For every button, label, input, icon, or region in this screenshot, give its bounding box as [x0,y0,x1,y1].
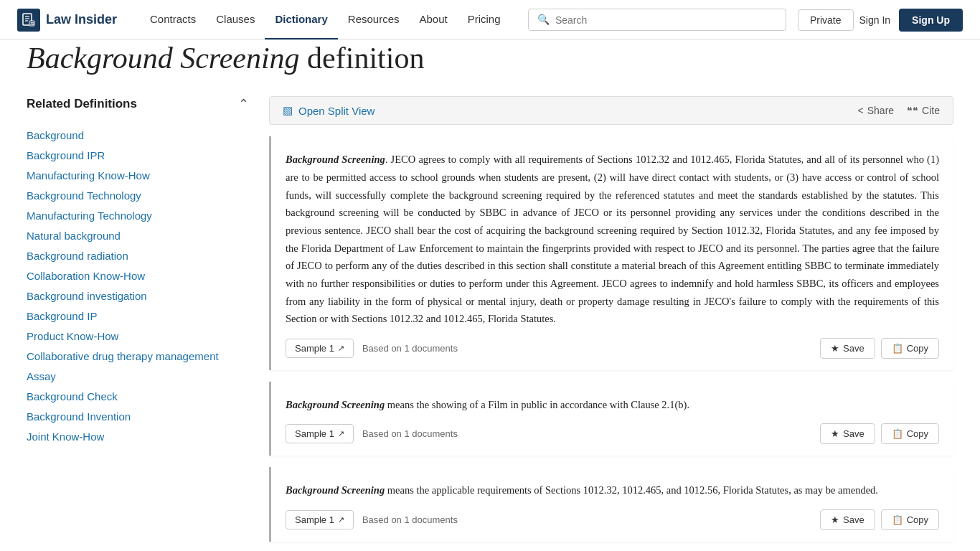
definition-body: means the showing of a Film in public in… [385,399,689,410]
cite-icon: ❝❝ [907,105,918,116]
save-button[interactable]: ★Save [820,423,875,444]
external-link-icon: ↗ [338,515,344,524]
signup-button[interactable]: Sign Up [899,9,963,32]
sidebar-link[interactable]: Background IPR [27,149,105,161]
sidebar-link[interactable]: Background [27,129,84,141]
definition-text: Background Screening means the applicabl… [286,481,939,499]
sidebar-link[interactable]: Manufacturing Technology [27,209,152,222]
sample-label: Sample 1 [295,428,334,439]
definition-text: Background Screening. JECO agrees to com… [286,151,939,327]
page-title-normal: definition [300,42,425,75]
sidebar-list-item: Background radiation [27,250,249,263]
definition-card: Background Screening. JECO agrees to com… [269,136,953,369]
sidebar-list-item: Background investigation [27,290,249,303]
star-icon: ★ [831,343,839,354]
save-label: Save [843,514,864,525]
nav-about[interactable]: About [410,0,458,39]
main-layout: Related Definitions ⌃ BackgroundBackgrou… [27,96,953,551]
sidebar-link[interactable]: Background Technology [27,189,141,202]
nav-dictionary[interactable]: Dictionary [265,0,337,39]
sidebar-link[interactable]: Natural background [27,230,121,242]
sidebar-list-item: Assay [27,370,249,383]
sidebar-link[interactable]: Assay [27,370,56,382]
main-nav: Contracts Clauses Dictionary Resources A… [140,0,511,39]
sidebar-list-item: Joint Know-How [27,430,249,443]
definition-body: means the applicable requirements of Sec… [385,484,878,496]
sidebar-link[interactable]: Manufacturing Know-How [27,169,150,182]
nav-contracts[interactable]: Contracts [140,0,206,39]
sidebar-link[interactable]: Product Know-How [27,330,118,342]
nav-resources[interactable]: Resources [338,0,410,39]
sidebar-link[interactable]: Background Check [27,390,118,402]
share-label: Share [867,105,894,116]
star-icon: ★ [831,428,839,439]
sidebar-link[interactable]: Background investigation [27,290,147,302]
copy-button[interactable]: 📋Copy [881,509,939,530]
card-footer-left: Sample 1 ↗Based on 1 documents [286,510,458,529]
sidebar-link[interactable]: Collaborative drug therapy management [27,350,219,362]
sidebar-list-item: Background Check [27,390,249,403]
copy-button[interactable]: 📋Copy [881,423,939,444]
definition-card: Background Screening means the showing o… [269,382,953,456]
sidebar-list-item: Background IPR [27,149,249,162]
nav-clauses[interactable]: Clauses [206,0,265,39]
nav-pricing[interactable]: Pricing [458,0,511,39]
card-footer-right: ★Save📋Copy [820,509,939,530]
definition-text: Background Screening means the showing o… [286,396,939,414]
sample-button[interactable]: Sample 1 ↗ [286,510,354,529]
logo-icon: ⚖ [17,9,40,32]
signin-button[interactable]: Sign In [859,14,891,26]
save-label: Save [843,343,864,354]
save-button[interactable]: ★Save [820,509,875,530]
definition-body: . JECO agrees to comply with all require… [286,154,939,324]
sidebar-list-item: Manufacturing Know-How [27,169,249,182]
sidebar-list-item: Background Technology [27,189,249,202]
split-view-actions: < Share ❝❝ Cite [858,105,940,116]
share-button[interactable]: < Share [858,105,895,116]
sidebar: Related Definitions ⌃ BackgroundBackgrou… [27,96,249,551]
card-footer: Sample 1 ↗Based on 1 documents★Save📋Copy [286,338,939,359]
split-view-bar: ▧ Open Split View < Share ❝❝ Cite [269,96,953,125]
sidebar-link[interactable]: Background radiation [27,250,128,262]
star-icon: ★ [831,514,839,525]
card-footer-left: Sample 1 ↗Based on 1 documents [286,339,458,358]
sidebar-list-item: Natural background [27,230,249,242]
sidebar-link[interactable]: Collaboration Know-How [27,270,145,282]
cite-label: Cite [922,105,940,116]
sidebar-list-item: Product Know-How [27,330,249,343]
external-link-icon: ↗ [338,344,344,353]
card-footer-right: ★Save📋Copy [820,423,939,444]
copy-icon: 📋 [892,428,903,439]
sample-button[interactable]: Sample 1 ↗ [286,424,354,443]
search-icon: 🔍 [537,14,550,26]
save-button[interactable]: ★Save [820,338,875,359]
page-title-section: Background Screening definition [27,40,953,76]
logo[interactable]: ⚖ Law Insider [17,9,117,32]
search-input[interactable] [555,14,777,26]
card-footer: Sample 1 ↗Based on 1 documents★Save📋Copy [286,509,939,530]
sidebar-link[interactable]: Joint Know-How [27,430,104,443]
private-button[interactable]: Private [798,9,854,31]
content-area: ▧ Open Split View < Share ❝❝ Cite [269,96,953,551]
save-label: Save [843,428,864,439]
sidebar-toggle[interactable]: ⌃ [238,96,249,112]
definition-card: Background Screening means the applicabl… [269,467,953,542]
external-link-icon: ↗ [338,429,344,438]
definition-term: Background Screening [286,399,385,410]
open-split-view[interactable]: ▧ Open Split View [283,104,374,117]
sidebar-list-item: Collaboration Know-How [27,270,249,283]
sidebar-list-item: Background Invention [27,410,249,423]
content-wrapper: Background Screening definition Related … [9,40,971,551]
sidebar-link[interactable]: Background IP [27,310,97,322]
copy-button[interactable]: 📋Copy [881,338,939,359]
sidebar-link[interactable]: Background Invention [27,410,131,423]
based-on-text: Based on 1 documents [362,428,458,439]
definition-cards: Background Screening. JECO agrees to com… [269,136,953,542]
cite-button[interactable]: ❝❝ Cite [907,105,940,116]
share-icon: < [858,105,864,116]
based-on-text: Based on 1 documents [362,343,458,354]
search-bar: 🔍 [528,9,786,31]
sample-button[interactable]: Sample 1 ↗ [286,339,354,358]
copy-label: Copy [907,343,928,354]
page-title: Background Screening definition [27,40,953,76]
